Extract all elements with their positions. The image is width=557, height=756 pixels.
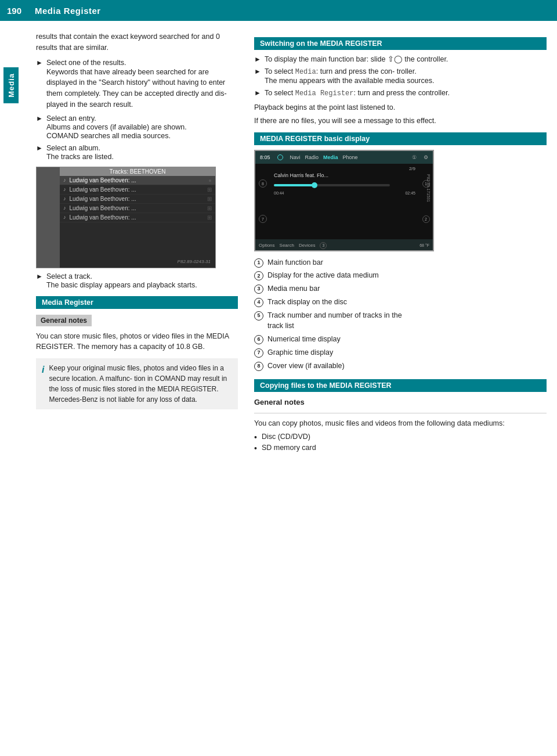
list-item-1: 1 Main function bar — [254, 257, 547, 268]
display-track-num: 2/9 — [274, 166, 415, 171]
time-remaining: 02:45 — [405, 191, 415, 195]
playback-text-1: Playback begins at the point last listen… — [254, 102, 547, 113]
list-text-3: Media menu bar — [267, 283, 320, 294]
track-item-4: ♪ Ludwig van Beethoven: ... ⊞ — [60, 204, 215, 213]
copying-text: You can copy photos, music files and vid… — [254, 418, 547, 429]
display-right-numbers: 1 2 — [419, 164, 433, 239]
display-icon-1: ① — [412, 154, 417, 160]
dot-icon-1: • — [254, 433, 257, 442]
tab-media: Media — [323, 154, 338, 160]
bullet-select-track: ► Select a track. The basic display appe… — [36, 272, 238, 289]
sw-bullet-1: ► To display the main function bar: slid… — [254, 55, 547, 63]
num-2: 2 — [254, 271, 263, 280]
track-name-5: Ludwig van Beethoven: ... — [70, 214, 136, 221]
display-time-row: 00:44 02:45 — [274, 191, 415, 195]
page-number: 190 — [7, 6, 24, 16]
left-column: results that contain the exact keyword s… — [22, 31, 248, 756]
info-text: Keep your original music files, photos a… — [49, 363, 232, 405]
btn-search: Search — [280, 243, 294, 248]
bullet-select-entry: ► Select an entry. Albums and covers (if… — [36, 114, 238, 140]
btn-8: 8 — [259, 179, 267, 188]
display-main: 8 7 2/9 Calvin Harris feat. Flo... — [255, 164, 433, 239]
badge-3: 3 — [320, 242, 327, 249]
media-register-display: 8:05 Navi Radio Media Phone ① ⚙ 8 — [254, 150, 434, 251]
num-1: 1 — [254, 258, 263, 268]
section-copying: Copying files to the MEDIA REGISTER — [254, 379, 547, 392]
track-name-3: Ludwig van Beethoven: ... — [70, 196, 136, 202]
list-text-5: Track number and number of tracks in the… — [267, 310, 402, 332]
track-item-1: ♪ Ludwig van Beethoven: ... ● — [60, 176, 215, 185]
arrow-sw-2: ► — [254, 67, 261, 85]
num-7: 7 — [254, 348, 263, 358]
sw-bullet-3: ► To select Media Register: turn and pre… — [254, 88, 547, 98]
tab-radio: Radio — [305, 154, 319, 160]
bullet-select-album: ► Select an album. The tracks are listed… — [36, 143, 238, 161]
display-track-name: Calvin Harris feat. Flo... — [274, 172, 415, 178]
intro-text: results that contain the exact keyword s… — [36, 31, 238, 53]
dot-icon-2: • — [254, 444, 257, 453]
display-top-bar: 8:05 Navi Radio Media Phone ① ⚙ — [255, 151, 433, 164]
arrow-icon-1: ► — [36, 59, 43, 110]
list-item-8: 8 Cover view (if available) — [254, 361, 547, 372]
sw3-text-after: : turn and press the controller. — [354, 89, 450, 97]
track-name-4: Ludwig van Beethoven: ... — [70, 205, 136, 211]
copy-bullet-2: • SD memory card — [254, 444, 547, 453]
display-center: 2/9 Calvin Harris feat. Flo... 00:44 02: — [270, 164, 419, 239]
time-elapsed: 00:44 — [274, 191, 284, 195]
sw-bullet-2: ► To select Media: turn and press the co… — [254, 67, 547, 85]
sidebar: Media — [0, 21, 22, 756]
sw1-text: To display the main function bar: slide … — [265, 55, 448, 63]
bullet-select-results: ► Select one of the results. Keywords th… — [36, 58, 238, 110]
copying-divider — [254, 413, 547, 413]
list-item-2: 2 Display for the active data medium — [254, 270, 547, 281]
list-item-6: 6 Numerical time display — [254, 334, 547, 345]
btn-7: 7 — [259, 215, 267, 223]
display-watermark: P82.89-171531 — [426, 174, 431, 202]
waveform-svg — [274, 182, 390, 189]
display-left-buttons: 8 7 — [255, 164, 270, 239]
num-5: 5 — [254, 311, 263, 321]
tab-navi: Navi — [290, 154, 301, 160]
btn-options: Options — [259, 243, 275, 248]
list-item-4: 4 Track display on the disc — [254, 297, 547, 308]
list-text-6: Numerical time display — [267, 334, 341, 345]
num-4: 4 — [254, 298, 263, 307]
arrow-sw-1: ► — [254, 55, 261, 63]
copy-item-1: Disc (CD/DVD) — [262, 433, 310, 441]
info-box: i Keep your original music files, photos… — [36, 358, 238, 409]
bullet2-sub2: COMAND searches all media sources. — [46, 132, 171, 140]
bullet2-text: Select an entry. — [46, 114, 96, 123]
badge-2: 2 — [422, 215, 430, 223]
display-icon-gear: ⚙ — [424, 154, 428, 160]
bullet1-text: Select one of the results. — [46, 59, 126, 67]
svg-rect-1 — [274, 184, 314, 186]
track-name-2: Ludwig van Beethoven: ... — [70, 186, 136, 193]
arrow-icon-3: ► — [36, 144, 43, 161]
main-content: results that contain the exact keyword s… — [22, 21, 557, 756]
arrow-icon-4: ► — [36, 272, 43, 289]
track-list-header: Tracks: BEETHOVEN — [60, 167, 215, 176]
bullet-track-sub: The basic display appears and playback s… — [46, 281, 197, 289]
display-time: 8:05 — [260, 154, 270, 160]
display-temp: 68 °F — [419, 243, 429, 247]
subsection-general-notes: General notes — [36, 315, 92, 326]
num-8: 8 — [254, 362, 263, 371]
list-text-4: Track display on the disc — [267, 297, 347, 308]
num-3: 3 — [254, 285, 263, 294]
display-nav-tabs: Navi Radio Media Phone — [290, 154, 405, 160]
sw3-text-before: To select — [265, 89, 295, 97]
list-item-5: 5 Track number and number of tracks in t… — [254, 310, 547, 332]
numbered-list: 1 Main function bar 2 Display for the ac… — [254, 257, 547, 372]
sw2-text-before: To select — [265, 67, 295, 75]
playback-text-2: If there are no files, you will see a me… — [254, 116, 547, 127]
screen-caption: P82.89-0243-31 — [178, 259, 211, 264]
list-item-3: 3 Media menu bar — [254, 283, 547, 294]
bullet3-text: Select an album. — [46, 144, 100, 152]
arrow-icon-2: ► — [36, 114, 43, 140]
list-text-8: Cover view (if available) — [267, 361, 345, 372]
copy-item-2: SD memory card — [262, 444, 316, 452]
section-media-register: Media Register — [36, 296, 238, 309]
sw2-code: Media — [295, 68, 316, 76]
general-notes-text: You can store music files, photos or vid… — [36, 331, 238, 353]
svg-point-2 — [312, 182, 317, 188]
